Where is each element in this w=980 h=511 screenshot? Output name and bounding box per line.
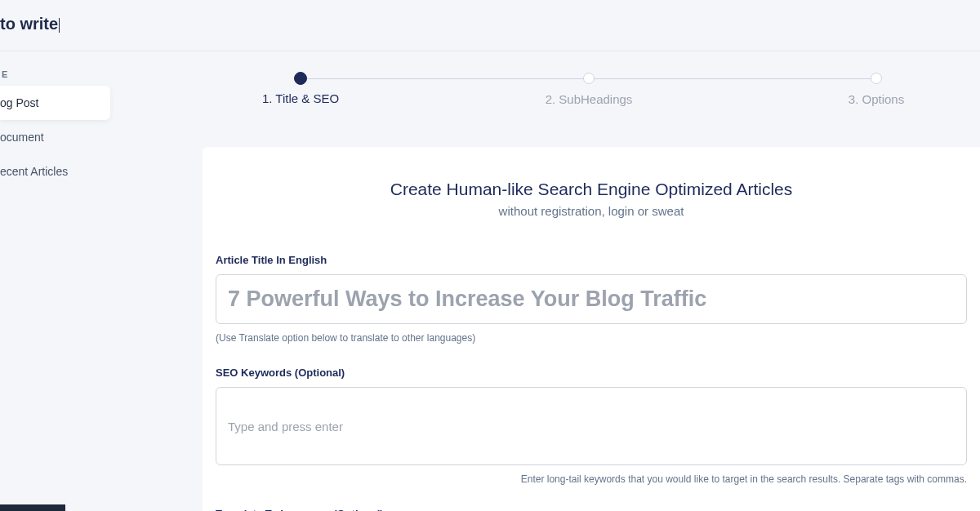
card-subtitle: without registration, login or sweat [216,204,967,218]
progress-stepper: 1. Title & SEO 2. SubHeadings 3. Options [294,72,882,85]
seo-keywords-box[interactable] [216,387,967,465]
step-circle-icon [871,73,882,84]
step-label: 2. SubHeadings [546,92,633,106]
sidebar-item-label: og Post [0,96,38,109]
article-title-label: Article Title In English [216,254,967,266]
step-circle-icon [583,73,595,84]
step-options[interactable]: 3. Options [871,73,882,84]
sidebar-item-recent-articles[interactable]: ecent Articles [0,154,110,189]
main-form-card: Create Human-like Search Engine Optimize… [203,147,980,511]
seo-keywords-label: SEO Keywords (Optional) [216,367,967,379]
cursor-icon [59,18,60,33]
seo-keywords-hint: Enter long-tail keywords that you would … [216,473,967,485]
article-title-hint: (Use Translate option below to translate… [216,332,967,344]
article-title-input[interactable] [216,274,967,324]
step-label: 1. Title & SEO [262,91,339,105]
sidebar-section-label: E [0,69,110,79]
field-group-seo-keywords: SEO Keywords (Optional) Enter long-tail … [216,367,967,485]
field-group-translate: Translate To Language (Optional) [216,508,967,511]
step-connector [307,78,583,79]
step-title-seo[interactable]: 1. Title & SEO [294,72,307,85]
step-circle-icon [294,72,307,85]
header-title-fragment: to write [0,15,58,33]
step-subheadings[interactable]: 2. SubHeadings [583,73,595,84]
sidebar-item-document[interactable]: ocument [0,120,110,154]
sidebar: E og Post ocument ecent Articles [0,69,110,189]
step-connector [595,78,871,79]
sidebar-item-blog-post[interactable]: og Post [0,86,110,120]
header-divider [0,51,980,51]
seo-keywords-input[interactable] [228,420,955,433]
card-title: Create Human-like Search Engine Optimize… [216,180,967,199]
field-group-article-title: Article Title In English (Use Translate … [216,254,967,344]
step-label: 3. Options [849,92,904,106]
page-header-text: to write [0,15,60,33]
bottom-bar [0,504,65,511]
sidebar-item-label: ocument [0,131,44,144]
translate-label: Translate To Language (Optional) [216,508,967,511]
sidebar-item-label: ecent Articles [0,165,68,178]
